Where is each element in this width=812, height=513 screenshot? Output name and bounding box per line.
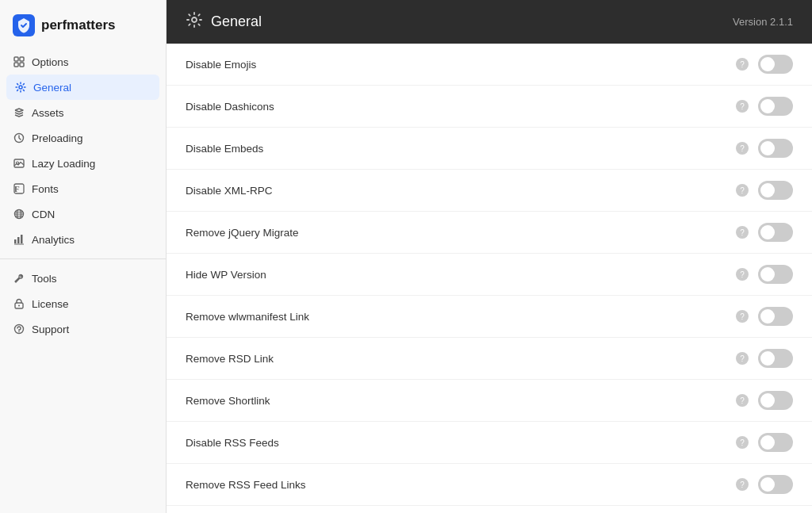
lazy-loading-icon [13,157,25,170]
help-icon-disable-dashicons[interactable]: ? [736,100,749,113]
toggle-remove-rss-feed-links[interactable] [758,475,793,494]
svg-rect-1 [14,57,18,61]
toggle-hide-wp-version[interactable] [758,265,793,284]
app-name: perfmatters [41,17,116,33]
help-icon-hide-wp-version[interactable]: ? [736,268,749,281]
sidebar-item-preloading[interactable]: Preloading [0,125,166,151]
help-icon-remove-rsd-link[interactable]: ? [736,352,749,365]
setting-label-disable-xmlrpc: Disable XML-RPC [186,185,726,197]
toggle-track-disable-rss-feeds [758,433,793,452]
toggle-track-remove-rsd-link [758,349,793,368]
sidebar: perfmatters Options General [0,0,167,513]
license-label: License [32,298,69,310]
grid-icon [13,56,25,68]
help-icon-remove-jquery-migrate[interactable]: ? [736,226,749,239]
settings-row: Disable Embeds? [167,128,812,170]
setting-label-disable-dashicons: Disable Dashicons [186,101,726,113]
header-icon [186,11,203,33]
settings-content: Disable Emojis?Disable Dashicons?Disable… [167,44,812,513]
assets-icon [13,106,25,119]
preloading-label: Preloading [32,132,83,144]
settings-row: Disable Emojis? [167,44,812,86]
toggle-disable-emojis[interactable] [758,55,793,74]
toggle-track-remove-jquery-migrate [758,223,793,242]
toggle-disable-dashicons[interactable] [758,97,793,116]
cdn-label: CDN [32,209,55,220]
page-title: General [211,13,262,30]
help-icon-disable-xmlrpc[interactable]: ? [736,184,749,197]
settings-row: Disable RSS Feeds? [167,422,812,464]
sidebar-item-fonts[interactable]: F Fonts [0,176,166,201]
sidebar-item-assets[interactable]: Assets [0,100,166,125]
sidebar-item-cdn[interactable]: CDN [0,201,166,227]
toggle-disable-xmlrpc[interactable] [758,181,793,200]
sidebar-divider [0,258,166,259]
preloading-icon [13,132,25,144]
tools-label: Tools [32,273,57,285]
toggle-track-remove-wlwmanifest [758,307,793,326]
analytics-label: Analytics [32,234,75,246]
help-icon-remove-wlwmanifest[interactable]: ? [736,310,749,323]
version-label: Version 2.1.1 [733,16,793,28]
svg-text:F: F [14,184,20,193]
toggle-remove-wlwmanifest[interactable] [758,307,793,326]
main-content: General Version 2.1.1 Disable Emojis?Dis… [167,0,812,513]
svg-rect-2 [20,57,24,61]
sidebar-item-tools[interactable]: Tools [0,266,166,291]
sidebar-item-license[interactable]: License [0,291,166,316]
svg-rect-18 [21,235,23,243]
svg-point-24 [192,17,197,22]
svg-rect-4 [20,63,24,67]
setting-label-hide-wp-version: Hide WP Version [186,269,726,281]
setting-label-remove-rss-feed-links: Remove RSS Feed Links [186,479,726,491]
settings-row: Remove Shortlink? [167,380,812,422]
setting-label-remove-jquery-migrate: Remove jQuery Migrate [186,227,726,239]
sidebar-item-support[interactable]: Support [0,316,166,342]
toggle-track-disable-emojis [758,55,793,74]
sidebar-item-options[interactable]: Options [0,49,166,75]
toggle-disable-embeds[interactable] [758,139,793,158]
help-icon-remove-rss-feed-links[interactable]: ? [736,478,749,491]
svg-point-21 [18,305,20,307]
general-label: General [33,82,71,94]
setting-label-disable-emojis: Disable Emojis [186,59,726,71]
svg-point-23 [18,331,19,332]
toggle-track-disable-xmlrpc [758,181,793,200]
app-logo: perfmatters [0,0,166,49]
toggle-remove-jquery-migrate[interactable] [758,223,793,242]
analytics-icon [13,233,25,246]
toggle-remove-rsd-link[interactable] [758,349,793,368]
svg-rect-3 [14,63,18,67]
settings-row: Disable XML-RPC? [167,170,812,212]
sidebar-item-lazy-loading[interactable]: Lazy Loading [0,151,166,176]
support-icon [13,323,25,335]
setting-label-disable-embeds: Disable Embeds [186,143,726,155]
general-icon [14,81,27,94]
help-icon-disable-emojis[interactable]: ? [736,58,749,71]
toggle-track-hide-wp-version [758,265,793,284]
license-icon [13,297,25,310]
cdn-icon [13,208,25,220]
settings-row: Remove RSS Feed Links? [167,464,812,506]
setting-label-remove-shortlink: Remove Shortlink [186,395,726,407]
sidebar-item-analytics[interactable]: Analytics [0,227,166,252]
help-icon-remove-shortlink[interactable]: ? [736,394,749,407]
svg-point-5 [19,86,22,89]
setting-label-remove-rsd-link: Remove RSD Link [186,353,726,365]
svg-rect-17 [17,237,20,243]
assets-label: Assets [32,107,64,119]
toggle-remove-shortlink[interactable] [758,391,793,410]
fonts-icon: F [13,182,25,195]
svg-rect-16 [14,239,17,243]
help-icon-disable-embeds[interactable]: ? [736,142,749,155]
help-icon-disable-rss-feeds[interactable]: ? [736,436,749,449]
toggle-track-remove-rss-feed-links [758,475,793,494]
toggle-disable-rss-feeds[interactable] [758,433,793,452]
lazy-loading-label: Lazy Loading [32,158,95,170]
setting-label-disable-rss-feeds: Disable RSS Feeds [186,437,726,449]
settings-row: Disable Dashicons? [167,86,812,128]
setting-label-remove-wlwmanifest: Remove wlwmanifest Link [186,311,726,323]
sidebar-item-general[interactable]: General [6,75,159,100]
page-header: General Version 2.1.1 [167,0,812,44]
toggle-track-remove-shortlink [758,391,793,410]
